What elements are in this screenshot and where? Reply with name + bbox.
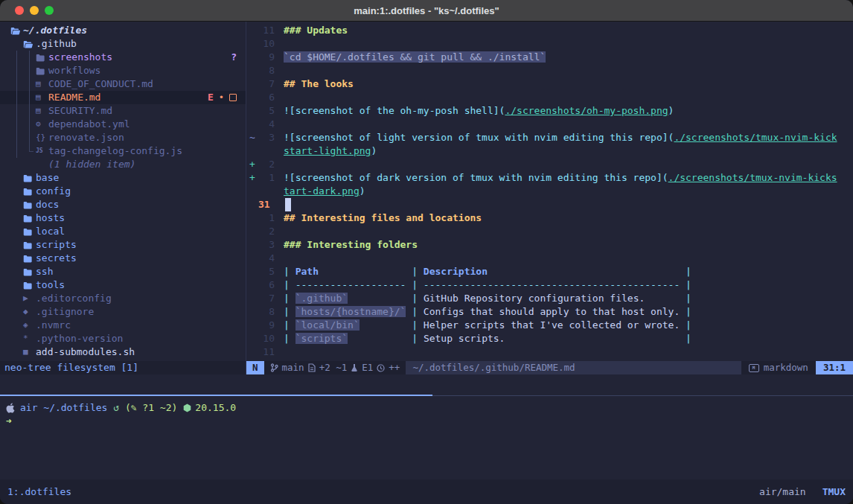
gutter-sign-empty: [246, 104, 257, 118]
tree-item-.gitignore[interactable]: ◆.gitignore: [0, 305, 246, 319]
token-h2: ## The looks: [284, 78, 354, 89]
line-number: 10: [257, 332, 275, 345]
folder-open-icon: [10, 27, 23, 35]
editor-line[interactable]: 6| ------------------- | ---------------…: [246, 278, 853, 292]
editor-line[interactable]: 11: [246, 345, 853, 359]
token-pipe: |: [284, 319, 295, 331]
tree-item-code-of-conduct.md[interactable]: ▤CODE_OF_CONDUCT.md: [0, 77, 246, 91]
tree-item-hosts[interactable]: hosts: [0, 211, 246, 225]
editor-line[interactable]: 10: [246, 37, 853, 51]
terminal-window: main:1:.dotfiles - "ks~/.dotfiles" ~/.do…: [0, 0, 853, 504]
editor-line[interactable]: 9| `local/bin` | Helper scripts that I'v…: [246, 319, 853, 332]
gutter-sign-empty: [246, 278, 257, 292]
token-link: tart-dark.png: [284, 185, 360, 197]
editor-line[interactable]: 7| `.github` | GitHub Repository configu…: [246, 292, 853, 305]
tree-item-base[interactable]: base: [0, 171, 246, 185]
token-pipe: |: [680, 333, 691, 344]
editor-line[interactable]: 4: [246, 118, 853, 131]
tree-item--.dotfiles[interactable]: ~/.dotfiles: [0, 24, 246, 37]
line-number: 9: [257, 51, 275, 64]
editor-line[interactable]: +2: [246, 158, 853, 171]
editor-line[interactable]: 4: [246, 252, 853, 265]
tree-item-renovate.json[interactable]: {}renovate.json: [0, 131, 246, 144]
tree-item-dependabot.yml[interactable]: ⚙dependabot.yml: [0, 118, 246, 131]
traffic-lights: [15, 6, 54, 15]
line-number: 5: [257, 104, 275, 118]
tree-item-tools[interactable]: tools: [0, 278, 246, 292]
tree-item-label: workflows: [48, 64, 100, 77]
editor-line[interactable]: 7## The looks: [246, 77, 853, 91]
tree-item-tag-changelog-config.js[interactable]: JStag-changelog-config.js: [0, 144, 246, 158]
token-pipe: |: [406, 293, 423, 304]
editor-line[interactable]: 10| `scripts` | Setup scripts. |: [246, 332, 853, 345]
editor-line[interactable]: 3### Interesting folders: [246, 238, 853, 252]
tree-item-ssh[interactable]: ssh: [0, 265, 246, 278]
git-status-badges: E•: [208, 91, 237, 104]
tree-item-screenshots[interactable]: screenshots?: [0, 51, 246, 64]
gutter-sign-empty: [246, 37, 257, 51]
editor-buffer[interactable]: 11### Updates 10 9`cd $HOME/.dotfiles &&…: [246, 22, 853, 361]
token-alt: ![screenshot of the oh-my-posh shell](: [284, 105, 505, 116]
zoom-button[interactable]: [45, 6, 54, 15]
token-alt: ): [360, 185, 365, 197]
gutter-sign-add: +: [246, 158, 257, 171]
diagnostic-count: E1: [362, 361, 373, 374]
tree-item-workflows[interactable]: workflows: [0, 64, 246, 77]
token-pipe: |: [680, 319, 691, 331]
editor-line[interactable]: 8| `hosts/{hostname}/` | Configs that sh…: [246, 305, 853, 319]
editor-line[interactable]: 5![screenshot of the oh-my-posh shell](.…: [246, 104, 853, 118]
md-icon: ▤: [36, 104, 48, 118]
line-text: ### Interesting folders: [275, 238, 418, 252]
folder-icon: [36, 54, 48, 62]
tree-item-docs[interactable]: docs: [0, 198, 246, 211]
tmux-window-tab[interactable]: 1:.dotfiles: [7, 486, 71, 497]
token-link: start-light.png: [284, 145, 371, 156]
tree-item-scripts[interactable]: scripts: [0, 238, 246, 252]
close-button[interactable]: [15, 6, 24, 15]
editor-line[interactable]: tart-dark.png): [246, 185, 853, 198]
line-number: 10: [257, 37, 275, 51]
editor-line[interactable]: 9`cd $HOME/.dotfiles && git pull && ./in…: [246, 51, 853, 64]
tree-item-.editorconfig[interactable]: ▶.editorconfig: [0, 292, 246, 305]
editor-line[interactable]: start-light.png): [246, 144, 853, 158]
tree-item--1-hidden-item-[interactable]: (1 hidden item): [0, 158, 246, 171]
editor-line[interactable]: 31: [246, 198, 853, 211]
node-version: 20.15.0: [195, 401, 236, 415]
line-text: ## The looks: [275, 77, 354, 91]
editor-line[interactable]: 11### Updates: [246, 24, 853, 37]
editor-line[interactable]: 2: [246, 225, 853, 238]
tree-item-readme.md[interactable]: ▤README.mdE•: [0, 91, 246, 104]
prompt-host: air: [20, 401, 37, 415]
prompt-input-line[interactable]: ➜: [6, 415, 847, 428]
tree-item-label: secrets: [36, 252, 77, 265]
tree-item-secrets[interactable]: secrets: [0, 252, 246, 265]
minimize-button[interactable]: [30, 6, 39, 15]
gutter-sign-empty: [246, 211, 257, 225]
tree-item-config[interactable]: config: [0, 185, 246, 198]
gutter-sign-empty: [246, 265, 257, 278]
editor-line[interactable]: 5| Path | Description |: [246, 265, 853, 278]
line-number: 4: [257, 118, 275, 131]
tree-item-add-submodules.sh[interactable]: ■add-submodules.sh: [0, 345, 246, 359]
tree-item-.python-version[interactable]: *.python-version: [0, 332, 246, 345]
tree-item-security.md[interactable]: ▤SECURITY.md: [0, 104, 246, 118]
token-body: Helper scripts that I've collected or wr…: [424, 319, 680, 331]
editor-line[interactable]: 1## Interesting files and locations: [246, 211, 853, 225]
token-body: [348, 333, 406, 344]
tree-item-label: .github: [36, 37, 77, 51]
folder-icon: [23, 268, 36, 276]
editor-line[interactable]: ~3![screenshot of light version of tmux …: [246, 131, 853, 144]
editor-line[interactable]: +1![screenshot of dark version of tmux w…: [246, 171, 853, 185]
editor-line[interactable]: 6: [246, 91, 853, 104]
editor-line[interactable]: 8: [246, 64, 853, 77]
line-text: `cd $HOME/.dotfiles && git pull && ./ins…: [275, 51, 546, 64]
cursor-position: 31:1: [816, 361, 853, 374]
tree-item-.nvmrc[interactable]: ◈.nvmrc: [0, 319, 246, 332]
tree-item-local[interactable]: local: [0, 225, 246, 238]
token-pipe: |: [284, 266, 295, 277]
token-body: [360, 319, 406, 331]
line-number: 7: [257, 77, 275, 91]
shell-pane[interactable]: air ~/.dotfiles ↺ (✎ ?1 ~2) 20.15.0 ➜: [0, 396, 853, 479]
tree-item-.github[interactable]: .github: [0, 37, 246, 51]
gutter-sign-empty: [246, 51, 257, 64]
